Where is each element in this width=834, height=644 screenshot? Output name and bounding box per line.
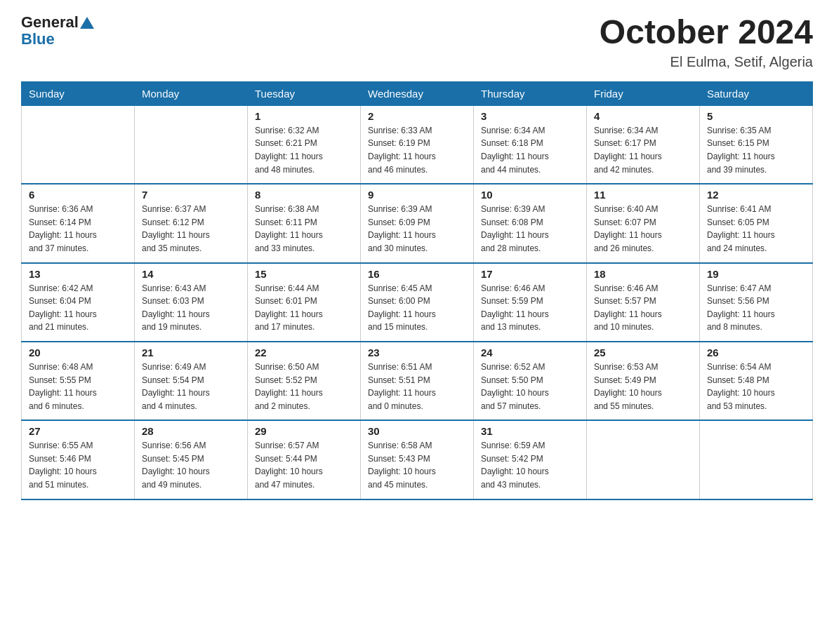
day-detail: Sunrise: 6:46 AMSunset: 5:57 PMDaylight:… <box>594 282 692 334</box>
calendar-cell: 2Sunrise: 6:33 AMSunset: 6:19 PMDaylight… <box>361 105 474 184</box>
day-detail: Sunrise: 6:58 AMSunset: 5:43 PMDaylight:… <box>368 439 466 491</box>
calendar-cell: 17Sunrise: 6:46 AMSunset: 5:59 PMDayligh… <box>474 263 587 342</box>
day-number: 7 <box>142 189 240 201</box>
day-detail: Sunrise: 6:32 AMSunset: 6:21 PMDaylight:… <box>255 124 353 176</box>
day-number: 22 <box>255 347 353 358</box>
day-number: 18 <box>594 268 692 280</box>
day-detail: Sunrise: 6:51 AMSunset: 5:51 PMDaylight:… <box>368 361 466 412</box>
calendar-cell: 23Sunrise: 6:51 AMSunset: 5:51 PMDayligh… <box>361 342 474 420</box>
logo-blue: Blue <box>21 30 55 48</box>
calendar-cell: 27Sunrise: 6:55 AMSunset: 5:46 PMDayligh… <box>22 420 135 499</box>
calendar-cell: 18Sunrise: 6:46 AMSunset: 5:57 PMDayligh… <box>587 263 700 342</box>
calendar-table: SundayMondayTuesdayWednesdayThursdayFrid… <box>21 81 813 500</box>
svg-marker-0 <box>80 17 94 29</box>
day-detail: Sunrise: 6:50 AMSunset: 5:52 PMDaylight:… <box>255 361 353 412</box>
calendar-cell <box>22 105 135 184</box>
day-detail: Sunrise: 6:54 AMSunset: 5:48 PMDaylight:… <box>707 361 805 412</box>
calendar-cell: 15Sunrise: 6:44 AMSunset: 6:01 PMDayligh… <box>248 263 361 342</box>
calendar-cell: 20Sunrise: 6:48 AMSunset: 5:55 PMDayligh… <box>22 342 135 420</box>
page-header: General Blue October 2024 El Eulma, Seti… <box>21 14 813 70</box>
header-sunday: Sunday <box>22 81 135 105</box>
calendar-cell: 13Sunrise: 6:42 AMSunset: 6:04 PMDayligh… <box>22 263 135 342</box>
day-number: 25 <box>594 347 692 358</box>
calendar-cell: 11Sunrise: 6:40 AMSunset: 6:07 PMDayligh… <box>587 184 700 262</box>
day-detail: Sunrise: 6:57 AMSunset: 5:44 PMDaylight:… <box>255 439 353 491</box>
calendar-week-2: 6Sunrise: 6:36 AMSunset: 6:14 PMDaylight… <box>22 184 813 262</box>
calendar-cell: 25Sunrise: 6:53 AMSunset: 5:49 PMDayligh… <box>587 342 700 420</box>
day-number: 26 <box>707 347 805 358</box>
calendar-cell: 14Sunrise: 6:43 AMSunset: 6:03 PMDayligh… <box>135 263 248 342</box>
calendar-cell: 16Sunrise: 6:45 AMSunset: 6:00 PMDayligh… <box>361 263 474 342</box>
day-detail: Sunrise: 6:38 AMSunset: 6:11 PMDaylight:… <box>255 203 353 255</box>
calendar-cell: 22Sunrise: 6:50 AMSunset: 5:52 PMDayligh… <box>248 342 361 420</box>
calendar-cell <box>587 420 700 499</box>
day-number: 6 <box>29 189 127 201</box>
header-tuesday: Tuesday <box>248 81 361 105</box>
calendar-cell <box>135 105 248 184</box>
day-number: 30 <box>368 425 466 437</box>
day-detail: Sunrise: 6:47 AMSunset: 5:56 PMDaylight:… <box>707 282 805 334</box>
calendar-cell: 28Sunrise: 6:56 AMSunset: 5:45 PMDayligh… <box>135 420 248 499</box>
day-detail: Sunrise: 6:52 AMSunset: 5:50 PMDaylight:… <box>481 361 579 412</box>
day-detail: Sunrise: 6:39 AMSunset: 6:08 PMDaylight:… <box>481 203 579 255</box>
day-number: 27 <box>29 425 127 437</box>
calendar-cell: 19Sunrise: 6:47 AMSunset: 5:56 PMDayligh… <box>700 263 813 342</box>
day-number: 23 <box>368 347 466 358</box>
header-wednesday: Wednesday <box>361 81 474 105</box>
day-number: 29 <box>255 425 353 437</box>
day-number: 8 <box>255 189 353 201</box>
logo-triangle-icon <box>79 15 95 30</box>
calendar-cell: 31Sunrise: 6:59 AMSunset: 5:42 PMDayligh… <box>474 420 587 499</box>
header-friday: Friday <box>587 81 700 105</box>
day-number: 9 <box>368 189 466 201</box>
day-detail: Sunrise: 6:34 AMSunset: 6:17 PMDaylight:… <box>594 124 692 176</box>
day-number: 12 <box>707 189 805 201</box>
calendar-cell: 10Sunrise: 6:39 AMSunset: 6:08 PMDayligh… <box>474 184 587 262</box>
calendar-header-row: SundayMondayTuesdayWednesdayThursdayFrid… <box>22 81 813 105</box>
header-monday: Monday <box>135 81 248 105</box>
calendar-cell: 7Sunrise: 6:37 AMSunset: 6:12 PMDaylight… <box>135 184 248 262</box>
calendar-cell: 8Sunrise: 6:38 AMSunset: 6:11 PMDaylight… <box>248 184 361 262</box>
day-number: 16 <box>368 268 466 280</box>
logo-general: General <box>21 14 79 31</box>
day-number: 20 <box>29 347 127 358</box>
calendar-cell: 21Sunrise: 6:49 AMSunset: 5:54 PMDayligh… <box>135 342 248 420</box>
day-detail: Sunrise: 6:40 AMSunset: 6:07 PMDaylight:… <box>594 203 692 255</box>
month-title: October 2024 <box>600 14 813 51</box>
calendar-cell: 9Sunrise: 6:39 AMSunset: 6:09 PMDaylight… <box>361 184 474 262</box>
day-detail: Sunrise: 6:55 AMSunset: 5:46 PMDaylight:… <box>29 439 127 491</box>
calendar-cell: 24Sunrise: 6:52 AMSunset: 5:50 PMDayligh… <box>474 342 587 420</box>
header-saturday: Saturday <box>700 81 813 105</box>
day-detail: Sunrise: 6:59 AMSunset: 5:42 PMDaylight:… <box>481 439 579 491</box>
title-block: October 2024 El Eulma, Setif, Algeria <box>600 14 813 70</box>
calendar-cell: 1Sunrise: 6:32 AMSunset: 6:21 PMDaylight… <box>248 105 361 184</box>
calendar-week-5: 27Sunrise: 6:55 AMSunset: 5:46 PMDayligh… <box>22 420 813 499</box>
day-detail: Sunrise: 6:53 AMSunset: 5:49 PMDaylight:… <box>594 361 692 412</box>
day-detail: Sunrise: 6:36 AMSunset: 6:14 PMDaylight:… <box>29 203 127 255</box>
day-number: 4 <box>594 110 692 122</box>
calendar-cell: 29Sunrise: 6:57 AMSunset: 5:44 PMDayligh… <box>248 420 361 499</box>
day-detail: Sunrise: 6:33 AMSunset: 6:19 PMDaylight:… <box>368 124 466 176</box>
day-number: 31 <box>481 425 579 437</box>
day-detail: Sunrise: 6:41 AMSunset: 6:05 PMDaylight:… <box>707 203 805 255</box>
calendar-cell: 30Sunrise: 6:58 AMSunset: 5:43 PMDayligh… <box>361 420 474 499</box>
day-detail: Sunrise: 6:35 AMSunset: 6:15 PMDaylight:… <box>707 124 805 176</box>
day-number: 14 <box>142 268 240 280</box>
day-detail: Sunrise: 6:46 AMSunset: 5:59 PMDaylight:… <box>481 282 579 334</box>
day-number: 28 <box>142 425 240 437</box>
day-detail: Sunrise: 6:34 AMSunset: 6:18 PMDaylight:… <box>481 124 579 176</box>
logo: General Blue <box>21 14 95 48</box>
calendar-week-1: 1Sunrise: 6:32 AMSunset: 6:21 PMDaylight… <box>22 105 813 184</box>
calendar-cell: 5Sunrise: 6:35 AMSunset: 6:15 PMDaylight… <box>700 105 813 184</box>
day-number: 2 <box>368 110 466 122</box>
day-number: 17 <box>481 268 579 280</box>
day-number: 10 <box>481 189 579 201</box>
calendar-cell: 6Sunrise: 6:36 AMSunset: 6:14 PMDaylight… <box>22 184 135 262</box>
day-number: 15 <box>255 268 353 280</box>
day-number: 24 <box>481 347 579 358</box>
day-detail: Sunrise: 6:39 AMSunset: 6:09 PMDaylight:… <box>368 203 466 255</box>
day-number: 5 <box>707 110 805 122</box>
calendar-week-4: 20Sunrise: 6:48 AMSunset: 5:55 PMDayligh… <box>22 342 813 420</box>
day-detail: Sunrise: 6:49 AMSunset: 5:54 PMDaylight:… <box>142 361 240 412</box>
day-detail: Sunrise: 6:56 AMSunset: 5:45 PMDaylight:… <box>142 439 240 491</box>
